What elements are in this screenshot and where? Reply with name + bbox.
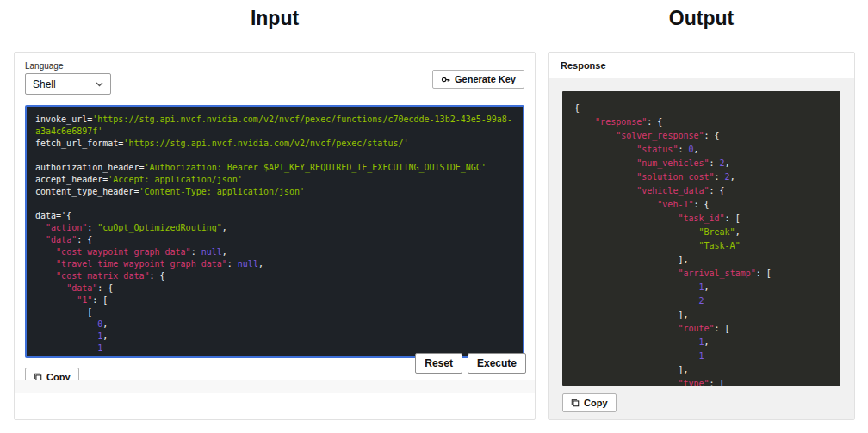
code-line: "data": {	[35, 234, 514, 246]
code-line: accept_header='Accept: application/json'	[35, 174, 514, 186]
code-line: "solution_cost": 2,	[574, 170, 828, 184]
code-line: 2	[574, 294, 828, 308]
code-line: "task_id": [	[574, 212, 828, 226]
input-panel-body: Language Shell Generate Key invoke_url='…	[15, 53, 535, 393]
language-select[interactable]: Shell	[25, 73, 111, 95]
key-icon	[441, 75, 450, 84]
code-line: "vehicle_data": {	[574, 184, 828, 198]
code-line: ],	[574, 363, 828, 377]
output-panel-header: Response	[549, 53, 854, 78]
code-line: "travel_time_waypoint_graph_data": null,	[35, 258, 514, 270]
code-line: 1	[574, 349, 828, 363]
code-line: 0,	[35, 319, 514, 331]
code-line: "1": [	[35, 294, 514, 306]
code-line: "data": {	[35, 282, 514, 294]
code-line: "cost_matrix_data": {	[35, 270, 514, 282]
execute-button[interactable]: Execute	[468, 353, 526, 374]
chevron-down-icon	[96, 82, 103, 87]
copy-icon	[571, 399, 580, 407]
response-label: Response	[561, 60, 606, 71]
code-line	[35, 198, 514, 210]
output-panel: Response { "response": { "solver_respons…	[548, 52, 855, 420]
code-line	[35, 150, 514, 162]
action-buttons: Reset Execute	[415, 353, 526, 374]
code-line: "solver_response": {	[574, 129, 828, 143]
code-line: a3a4c6e6897f'	[35, 126, 514, 138]
output-title: Output	[548, 7, 855, 30]
input-title: Input	[14, 7, 536, 30]
code-line: content_type_header='Content-Type: appli…	[35, 186, 514, 198]
page: Input Output Language Shell Generate Key…	[0, 0, 868, 433]
language-select-value: Shell	[33, 78, 56, 90]
code-line: "route": [	[574, 322, 828, 336]
code-line: invoke_url='https://stg.api.nvcf.nvidia.…	[35, 114, 514, 126]
code-line: "Task-A"	[574, 239, 828, 253]
code-line: fetch_url_format='https://stg.api.nvcf.n…	[35, 138, 514, 150]
code-line: "Break",	[574, 226, 828, 239]
generate-key-label: Generate Key	[455, 74, 516, 84]
code-line: [	[35, 306, 514, 319]
code-line: "type": [	[574, 377, 828, 386]
output-panel-body: { "response": { "solver_response": { "st…	[549, 78, 854, 419]
generate-key-button[interactable]: Generate Key	[432, 70, 524, 89]
input-panel-footer	[15, 380, 535, 393]
code-line: "status": 0,	[574, 143, 828, 157]
output-copy-button[interactable]: Copy	[562, 393, 617, 412]
reset-button[interactable]: Reset	[415, 353, 462, 374]
code-line: ],	[574, 308, 828, 322]
input-code-editor[interactable]: invoke_url='https://stg.api.nvcf.nvidia.…	[25, 105, 524, 358]
code-line: "veh-1": {	[574, 198, 828, 212]
code-line: "num_vehicles": 2,	[574, 157, 828, 170]
output-copy-label: Copy	[584, 398, 608, 408]
code-line: ],	[574, 253, 828, 267]
code-line: "arrival_stamp": [	[574, 267, 828, 281]
code-line: authorization_header='Authorization: Bea…	[35, 162, 514, 174]
code-line: "action": "cuOpt_OptimizedRouting",	[35, 222, 514, 234]
code-line: 1,	[574, 281, 828, 294]
code-line: 1,	[35, 331, 514, 343]
code-line: {	[574, 102, 828, 115]
code-line: "response": {	[574, 115, 828, 129]
code-line: "cost_waypoint_graph_data": null,	[35, 246, 514, 258]
response-code-viewer[interactable]: { "response": { "solver_response": { "st…	[562, 91, 840, 386]
code-line: 1,	[574, 336, 828, 349]
input-panel: Language Shell Generate Key invoke_url='…	[14, 52, 536, 420]
code-line: data='{	[35, 210, 514, 222]
